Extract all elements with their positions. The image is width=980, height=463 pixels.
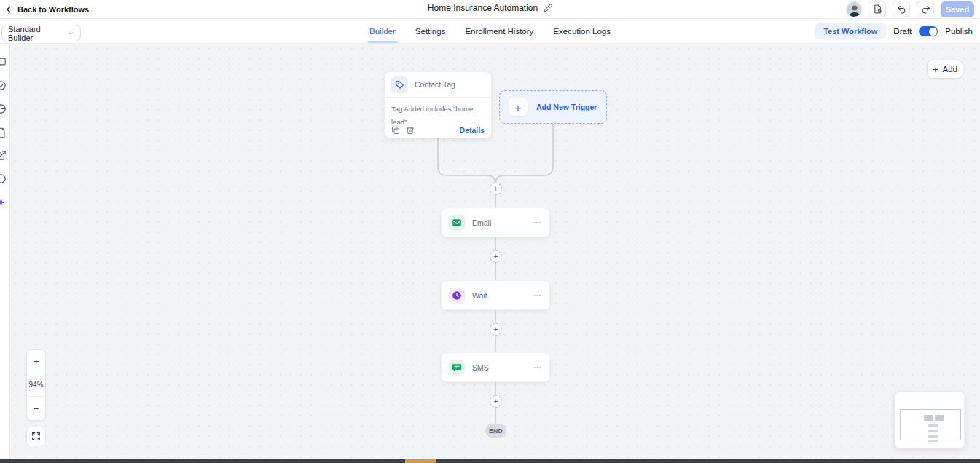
builder-mode-select[interactable]: Standard Builder [1,25,81,41]
builder-toolbar: Standard Builder Builder Settings Enroll… [0,19,980,44]
sms-icon [452,363,462,373]
chevron-down-icon [67,30,74,37]
tab-settings[interactable]: Settings [415,19,446,44]
more-menu-icon[interactable]: ⋯ [533,218,542,227]
document-history-button[interactable] [869,1,886,17]
workflow-builder-app: Back to Workflows Home Insurance Automat… [0,0,980,463]
node-wait[interactable]: Wait ⋯ [441,280,550,310]
left-icon-rail [0,44,10,463]
top-header: Back to Workflows Home Insurance Automat… [0,0,980,19]
node-label: SMS [472,363,526,372]
tab-execution-logs[interactable]: Execution Logs [553,19,611,44]
builder-mode-value: Standard Builder [8,25,67,42]
undo-button[interactable] [893,1,910,17]
minimap-viewport [900,409,961,440]
builder-tabs: Builder Settings Enrollment History Exec… [369,19,611,44]
insert-step-button[interactable]: + [490,323,502,336]
test-workflow-button[interactable]: Test Workflow [815,23,886,39]
panel-icon[interactable] [0,56,7,67]
publish-toggle[interactable] [919,26,938,36]
zoom-in-button[interactable]: + [27,350,45,373]
toggle-knob [929,28,937,36]
email-icon [452,218,462,228]
wait-iconbox [449,288,465,304]
add-button-label: Add [943,65,957,74]
sms-iconbox [449,360,465,376]
zoom-level: 94% [27,373,45,397]
copy-icon[interactable] [391,126,400,135]
more-menu-icon[interactable]: ⋯ [533,363,542,372]
node-label: Email [472,218,526,227]
fit-view-button[interactable] [26,427,46,446]
back-to-workflows-link[interactable]: Back to Workflows [4,2,89,17]
more-menu-icon[interactable]: ⋯ [533,290,542,300]
end-node: END [485,424,506,438]
page-title: Home Insurance Automation [428,3,538,13]
workflow-canvas[interactable]: + Add Contact Tag Tag Added includes "ho… [10,44,980,459]
undo-icon [897,4,906,14]
redo-button[interactable] [917,1,934,17]
add-new-trigger-label: Add New Trigger [536,103,597,111]
back-label: Back to Workflows [17,5,89,14]
bottom-strip-accent [405,459,436,463]
trigger-card-header: Contact Tag [385,72,491,98]
page-icon[interactable] [0,127,7,138]
email-iconbox [449,215,465,231]
ai-sparkle-icon[interactable] [0,197,7,208]
trigger-card-body: Tag Added includes "home lead" [385,98,491,122]
history-icon[interactable] [0,173,7,184]
toolbar-right: Test Workflow Draft Publish [815,19,973,44]
canvas-add-button[interactable]: + Add [927,60,963,79]
node-email[interactable]: Email ⋯ [441,207,550,237]
insert-step-button[interactable]: + [490,183,502,195]
back-chevron-icon [4,5,13,14]
publish-label: Publish [945,27,973,36]
trigger-card-contact-tag[interactable]: Contact Tag Tag Added includes "home lea… [384,71,492,138]
saved-button[interactable]: Saved [941,1,974,17]
clock-icon [452,290,462,301]
plus-icon: + [509,98,528,116]
document-history-icon [873,4,882,14]
trigger-title: Contact Tag [415,80,455,89]
insert-step-button[interactable]: + [490,250,502,263]
add-new-trigger-button[interactable]: + Add New Trigger [499,90,607,124]
workflow-title-wrap: Home Insurance Automation [428,3,552,13]
minimap[interactable] [895,392,965,448]
zoom-controls: + 94% − [26,349,46,421]
node-label: Wait [472,291,526,300]
end-label: END [489,427,503,435]
redo-icon [921,4,930,14]
node-sms[interactable]: SMS ⋯ [441,352,550,382]
header-actions: Saved [846,1,974,17]
trash-icon[interactable] [406,126,415,135]
expand-icon [31,432,41,441]
tag-icon [395,80,404,90]
avatar[interactable] [846,1,862,17]
edit-pencil-icon[interactable] [544,4,552,12]
tag-iconbox [391,76,408,93]
pie-chart-icon[interactable] [0,103,7,114]
tab-builder[interactable]: Builder [369,19,396,44]
clock-check-icon[interactable] [0,80,7,91]
plus-icon: + [933,65,938,74]
tab-enrollment-history[interactable]: Enrollment History [465,19,533,44]
trigger-details-link[interactable]: Details [460,126,485,135]
bottom-strip [0,459,980,463]
draft-label: Draft [893,27,912,36]
external-link-icon[interactable] [0,150,7,161]
insert-step-button[interactable]: + [490,395,502,408]
zoom-out-button[interactable]: − [27,397,45,420]
